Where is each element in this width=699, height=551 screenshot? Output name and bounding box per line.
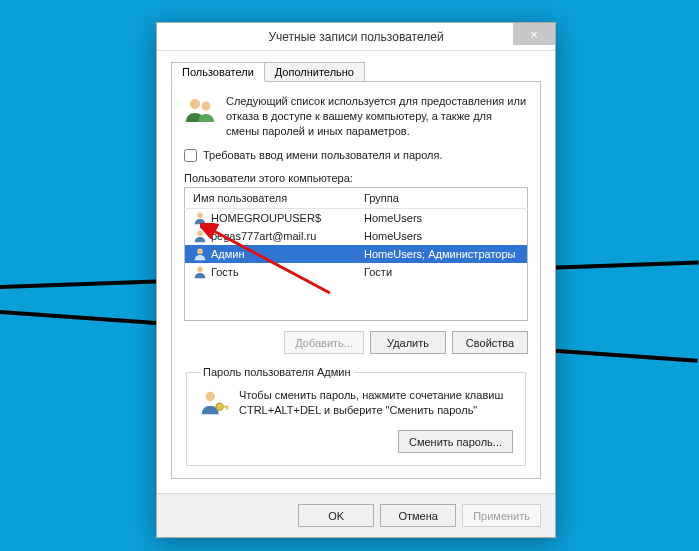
titlebar: Учетные записи пользователей ×: [157, 23, 555, 51]
tab-users[interactable]: Пользователи: [171, 62, 265, 82]
svg-point-3: [197, 230, 203, 236]
add-button[interactable]: Добавить...: [284, 331, 364, 354]
dialog-footer: OK Отмена Применить: [157, 493, 555, 537]
intro-text: Следующий список используется для предос…: [226, 94, 528, 139]
svg-point-2: [197, 212, 203, 218]
close-icon: ×: [530, 27, 538, 42]
cell-username: HOMEGROUPUSER$: [185, 209, 356, 227]
window-title: Учетные записи пользователей: [268, 30, 443, 44]
cell-username: Админ: [185, 245, 356, 263]
password-legend: Пароль пользователя Админ: [199, 366, 354, 378]
user-list-label: Пользователи этого компьютера:: [184, 172, 528, 184]
cell-group: HomeUsers: [356, 208, 528, 227]
tab-strip: Пользователи Дополнительно: [171, 62, 541, 82]
cancel-button[interactable]: Отмена: [380, 504, 456, 527]
apply-button[interactable]: Применить: [462, 504, 541, 527]
svg-rect-9: [226, 406, 228, 410]
col-group[interactable]: Группа: [356, 187, 528, 208]
change-password-button[interactable]: Сменить пароль...: [398, 430, 513, 453]
properties-button[interactable]: Свойства: [452, 331, 528, 354]
cell-group: HomeUsers: [356, 227, 528, 245]
password-group: Пароль пользователя Админ Чтобы сменить …: [186, 366, 526, 466]
key-user-icon: [199, 388, 229, 420]
table-row[interactable]: HOMEGROUPUSER$HomeUsers: [185, 208, 528, 227]
cell-username: pegas777art@mail.ru: [185, 227, 356, 245]
svg-point-0: [190, 99, 200, 109]
users-icon: [184, 94, 216, 139]
user-accounts-dialog: Учетные записи пользователей × Пользоват…: [156, 22, 556, 538]
cell-username: Гость: [185, 263, 356, 281]
table-row[interactable]: pegas777art@mail.ruHomeUsers: [185, 227, 528, 245]
remove-button[interactable]: Удалить: [370, 331, 446, 354]
svg-point-5: [197, 266, 203, 272]
close-button[interactable]: ×: [513, 23, 555, 45]
tab-advanced[interactable]: Дополнительно: [264, 62, 365, 82]
tab-page-users: Следующий список используется для предос…: [171, 81, 541, 479]
svg-point-6: [206, 392, 215, 401]
table-row[interactable]: ГостьГости: [185, 263, 528, 281]
svg-point-7: [216, 403, 224, 411]
svg-point-1: [202, 102, 211, 111]
table-row[interactable]: АдминHomeUsers; Администраторы: [185, 245, 528, 263]
cell-group: Гости: [356, 263, 528, 281]
password-text: Чтобы сменить пароль, нажмите сочетание …: [239, 388, 513, 418]
ok-button[interactable]: OK: [298, 504, 374, 527]
require-login-checkbox[interactable]: [184, 149, 197, 162]
user-list[interactable]: Имя пользователя Группа HOMEGROUPUSER$Ho…: [184, 187, 528, 322]
col-username[interactable]: Имя пользователя: [185, 187, 357, 208]
svg-point-4: [197, 248, 203, 254]
require-login-label[interactable]: Требовать ввод имени пользователя и паро…: [203, 149, 442, 161]
cell-group: HomeUsers; Администраторы: [356, 245, 528, 263]
